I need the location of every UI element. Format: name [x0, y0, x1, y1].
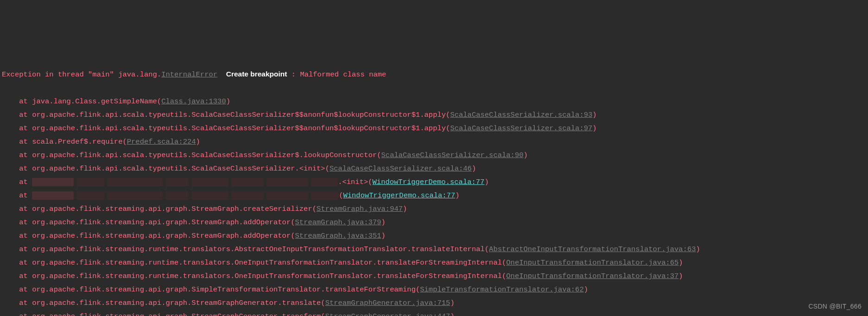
stack-text: org.apache.flink.api.scala.typeutils.Sca… — [32, 151, 381, 159]
stack-text: org.apache.flink.streaming.api.graph.Str… — [32, 312, 325, 316]
stack-frame: at org.apache.flink.streaming.api.graph.… — [2, 310, 866, 316]
exception-class-link[interactable]: InternalError — [161, 70, 217, 79]
stack-text-tail: .<init>( — [338, 178, 372, 186]
source-link[interactable]: StreamGraphGenerator.java:715 — [325, 299, 450, 307]
stack-close-paren: ) — [381, 232, 386, 240]
stack-close-paren: ) — [524, 151, 528, 159]
stack-close-paren: ) — [592, 124, 596, 133]
stack-at: at — [2, 191, 32, 200]
source-link[interactable]: StreamGraph.java:351 — [295, 232, 381, 240]
stack-at: at — [2, 259, 32, 267]
stack-text: org.apache.flink.streaming.runtime.trans… — [32, 245, 489, 253]
stack-text: org.apache.flink.streaming.runtime.trans… — [32, 259, 506, 267]
stack-at: at — [2, 232, 32, 240]
source-link[interactable]: ScalaCaseClassSerializer.scala:46 — [329, 164, 472, 173]
stack-close-paren: ) — [450, 299, 454, 307]
stack-text: org.apache.flink.api.scala.typeutils.Sca… — [32, 124, 450, 133]
stack-close-paren: ) — [678, 259, 683, 267]
console-output: Exception in thread "main" java.lang.Int… — [0, 54, 868, 316]
stack-at: at — [2, 272, 32, 280]
stack-close-paren: ) — [196, 138, 200, 146]
stack-frame: at (WindowTriggerDemo.scala:77) — [2, 189, 866, 202]
stack-frame: at java.lang.Class.getSimpleName(Class.j… — [2, 95, 866, 108]
stack-close-paren: ) — [696, 245, 700, 253]
source-link[interactable]: ScalaCaseClassSerializer.scala:90 — [381, 151, 524, 159]
stack-at: at — [2, 205, 32, 213]
redacted-segment — [32, 191, 339, 200]
stack-close-paren: ) — [484, 178, 488, 186]
stack-text: org.apache.flink.streaming.api.graph.Str… — [32, 218, 295, 227]
stack-text: org.apache.flink.streaming.runtime.trans… — [32, 272, 506, 280]
stack-close-paren: ) — [678, 272, 683, 280]
source-link[interactable]: WindowTriggerDemo.scala:77 — [373, 178, 485, 186]
stack-text: org.apache.flink.api.scala.typeutils.Sca… — [32, 164, 329, 173]
stack-close-paren: ) — [450, 312, 454, 316]
stack-text: org.apache.flink.api.scala.typeutils.Sca… — [32, 111, 450, 119]
source-link[interactable]: Class.java:1330 — [161, 97, 226, 106]
source-link[interactable]: StreamGraphGenerator.java:447 — [325, 312, 450, 316]
stack-frame: at org.apache.flink.api.scala.typeutils.… — [2, 149, 866, 162]
source-link[interactable]: ScalaCaseClassSerializer.scala:93 — [450, 111, 592, 119]
stack-close-paren: ) — [226, 97, 230, 106]
source-link[interactable]: SimpleTransformationTranslator.java:62 — [420, 285, 583, 294]
exception-prefix: Exception in thread "main" java.lang. — [2, 70, 161, 79]
exception-line: Exception in thread "main" java.lang.Int… — [2, 67, 866, 82]
stack-frame: at org.apache.flink.api.scala.typeutils.… — [2, 108, 866, 122]
create-breakpoint-link[interactable]: Create breakpoint — [226, 70, 287, 78]
stack-at: at — [2, 151, 32, 159]
stack-at: at — [2, 111, 32, 119]
stack-frame: at .<init>(WindowTriggerDemo.scala:77) — [2, 176, 866, 189]
stack-at: at — [2, 218, 32, 227]
stack-frame: at org.apache.flink.streaming.runtime.tr… — [2, 256, 866, 270]
redacted-segment — [32, 178, 338, 186]
stack-text: org.apache.flink.streaming.api.graph.Str… — [32, 232, 295, 240]
source-link[interactable]: ScalaCaseClassSerializer.scala:97 — [450, 124, 592, 133]
stack-frame: at org.apache.flink.api.scala.typeutils.… — [2, 162, 866, 176]
stack-frame: at org.apache.flink.streaming.api.graph.… — [2, 297, 866, 310]
stack-frame: at org.apache.flink.api.scala.typeutils.… — [2, 122, 866, 135]
stack-frame: at org.apache.flink.streaming.runtime.tr… — [2, 243, 866, 256]
stack-at: at — [2, 299, 32, 307]
stack-close-paren: ) — [403, 205, 407, 213]
stack-frame: at scala.Predef$.require(Predef.scala:22… — [2, 135, 866, 149]
stack-frame: at org.apache.flink.streaming.api.graph.… — [2, 216, 866, 229]
stack-at: at — [2, 124, 32, 133]
stack-at: at — [2, 164, 32, 173]
exception-message: : Malformed class name — [287, 70, 386, 79]
stack-frame: at org.apache.flink.streaming.api.graph.… — [2, 202, 866, 216]
source-link[interactable]: StreamGraph.java:947 — [317, 205, 403, 213]
stack-frame: at org.apache.flink.streaming.runtime.tr… — [2, 270, 866, 283]
stack-frame: at org.apache.flink.streaming.api.graph.… — [2, 229, 866, 243]
stack-text: scala.Predef$.require( — [32, 138, 127, 146]
stack-text: org.apache.flink.streaming.api.graph.Str… — [32, 299, 325, 307]
stack-close-paren: ) — [455, 191, 459, 200]
stack-at: at — [2, 312, 32, 316]
stack-at: at — [2, 285, 32, 294]
source-link[interactable]: WindowTriggerDemo.scala:77 — [343, 191, 455, 200]
source-link[interactable]: Predef.scala:224 — [127, 138, 196, 146]
stack-at: at — [2, 138, 32, 146]
source-link[interactable]: OneInputTransformationTranslator.java:37 — [506, 272, 678, 280]
source-link[interactable]: StreamGraph.java:379 — [295, 218, 381, 227]
stack-close-paren: ) — [592, 111, 596, 119]
stack-text: org.apache.flink.streaming.api.graph.Sim… — [32, 285, 420, 294]
stack-text: java.lang.Class.getSimpleName( — [32, 97, 161, 106]
stack-close-paren: ) — [584, 285, 588, 294]
stack-at: at — [2, 245, 32, 253]
source-link[interactable]: OneInputTransformationTranslator.java:65 — [506, 259, 678, 267]
stack-text: org.apache.flink.streaming.api.graph.Str… — [32, 205, 317, 213]
stack-at: at — [2, 178, 32, 186]
stack-frame: at org.apache.flink.streaming.api.graph.… — [2, 283, 866, 297]
stack-at: at — [2, 97, 32, 106]
stack-close-paren: ) — [472, 164, 476, 173]
source-link[interactable]: AbstractOneInputTransformationTranslator… — [489, 245, 696, 253]
stack-close-paren: ) — [381, 218, 386, 227]
watermark: CSDN @BIT_666 — [808, 300, 862, 313]
